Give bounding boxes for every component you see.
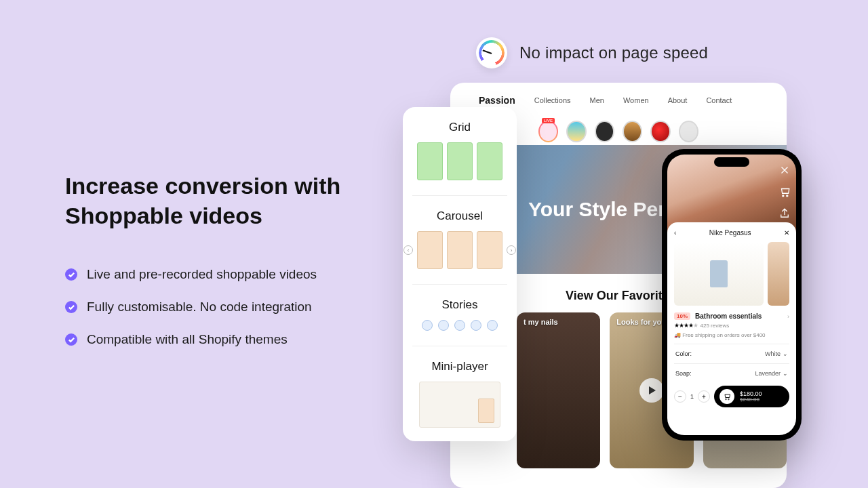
format-label: Mini-player: [431, 360, 488, 373]
check-icon: [65, 268, 77, 281]
feature-text: Live and pre-recorded shoppable videos: [87, 267, 317, 282]
option-value: Lavender: [755, 370, 781, 377]
headline: Increase conversion with Shoppable video…: [65, 171, 370, 230]
format-label: Grid: [449, 121, 471, 134]
story-ring[interactable]: [679, 121, 698, 142]
mini-player-thumb: [419, 382, 500, 428]
phone-notch: [714, 157, 749, 167]
feature-text: Compatible with all Shopify themes: [87, 332, 288, 347]
chevron-down-icon: ⌄: [783, 370, 788, 377]
add-to-cart-button[interactable]: $180.00 $240.00: [714, 386, 789, 407]
old-price: $240.00: [740, 397, 762, 403]
story-ring[interactable]: [566, 121, 586, 142]
qty-value: 1: [690, 393, 694, 400]
format-mini-player: Mini-player: [412, 360, 507, 428]
feature-item: Fully customisable. No code integration: [65, 300, 317, 314]
play-icon[interactable]: [639, 378, 664, 403]
chevron-down-icon: ⌄: [783, 350, 788, 357]
star-rating: ★★★★: [674, 322, 693, 329]
svg-point-5: [728, 399, 730, 400]
discount-badge: 10%: [674, 312, 690, 320]
shipping-note: Free shipping on orders over $400: [682, 332, 765, 338]
card-caption: t my nails: [524, 318, 558, 326]
chevron-left-icon[interactable]: ‹: [403, 245, 413, 255]
review-count: 425 reviews: [701, 323, 730, 329]
feature-list: Live and pre-recorded shoppable videos F…: [65, 267, 317, 347]
story-ring[interactable]: [538, 121, 558, 142]
option-label: Soap:: [675, 370, 692, 377]
back-icon[interactable]: ‹: [674, 229, 676, 237]
svg-point-2: [783, 195, 784, 197]
card-caption: Looks for you: [616, 318, 666, 326]
option-label: Color:: [675, 350, 692, 357]
feature-item: Compatible with all Shopify themes: [65, 332, 317, 347]
check-icon: [65, 301, 77, 313]
nav-link[interactable]: Men: [590, 96, 604, 104]
option-soap[interactable]: Soap: Lavender ⌄: [674, 363, 789, 383]
story-ring[interactable]: [595, 121, 614, 142]
format-grid: Grid: [412, 121, 507, 196]
product-title: Bathroom essentials: [695, 312, 762, 320]
qty-minus[interactable]: −: [674, 390, 686, 403]
speed-badge: No impact on page speed: [476, 37, 708, 68]
format-carousel: Carousel ‹ ›: [412, 209, 507, 285]
format-stories: Stories: [412, 298, 507, 346]
close-icon[interactable]: [778, 164, 791, 176]
nav-link[interactable]: About: [668, 96, 688, 104]
brand-logo: Passion: [479, 95, 515, 106]
chevron-right-icon[interactable]: ›: [507, 245, 516, 255]
format-label: Stories: [442, 298, 478, 312]
svg-point-3: [787, 195, 788, 197]
headline-text: Increase conversion with Shoppable video…: [65, 171, 370, 230]
option-color[interactable]: Color: White ⌄: [674, 344, 789, 363]
sheet-title: Nike Pegasus: [709, 229, 751, 237]
nav-link[interactable]: Contact: [706, 96, 732, 104]
nav-link[interactable]: Women: [623, 96, 649, 104]
story-ring[interactable]: [623, 121, 642, 142]
qty-plus[interactable]: +: [698, 390, 710, 403]
chevron-right-icon[interactable]: ›: [787, 313, 789, 320]
close-icon[interactable]: ✕: [784, 229, 789, 237]
option-value: White: [765, 350, 781, 357]
video-card[interactable]: t my nails: [517, 312, 600, 468]
nav-link[interactable]: Collections: [534, 96, 571, 104]
cart-icon[interactable]: [778, 186, 791, 198]
check-icon: [65, 333, 77, 346]
format-panel: Grid Carousel ‹ › Stories Mini-player: [403, 107, 517, 441]
speed-label: No impact on page speed: [519, 43, 708, 62]
live-badge: LIVE: [542, 118, 555, 123]
story-ring[interactable]: [650, 121, 670, 142]
product-sheet: ‹ Nike Pegasus ✕ 10% Bathroom essentials…: [667, 222, 796, 435]
share-icon[interactable]: [778, 207, 791, 220]
feature-item: Live and pre-recorded shoppable videos: [65, 267, 317, 282]
feature-text: Fully customisable. No code integration: [87, 300, 312, 314]
format-label: Carousel: [437, 209, 483, 223]
phone-mock: ‹ Nike Pegasus ✕ 10% Bathroom essentials…: [662, 149, 802, 441]
gauge-icon: [476, 37, 507, 68]
cart-icon: [719, 389, 734, 404]
svg-point-4: [726, 399, 727, 400]
